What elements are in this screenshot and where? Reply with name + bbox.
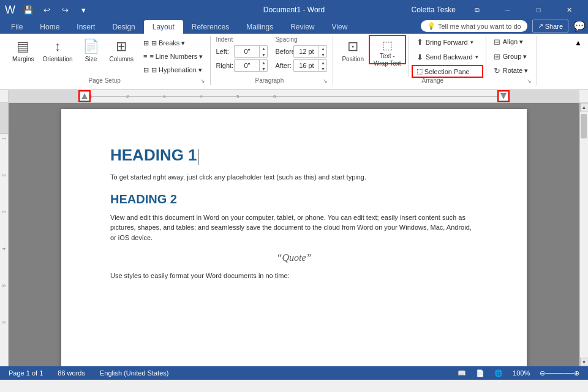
spacing-after-up[interactable]: ▲ (319, 59, 326, 66)
breaks-label: ⊞ Breaks ▾ (151, 39, 185, 47)
hyphenation-button[interactable]: ⊟ ⊟ Hyphenation ▾ (141, 65, 205, 75)
size-button[interactable]: 📄 Size (78, 36, 105, 77)
align-label: Align ▾ (503, 38, 524, 46)
indent-right-up[interactable]: ▲ (260, 59, 267, 66)
orientation-button[interactable]: ↕ Orientation (39, 36, 77, 77)
align-button[interactable]: ⊟ Align ▾ (490, 36, 532, 48)
spacing-before-spinbox[interactable]: 12 pt ▲ ▼ (293, 45, 327, 58)
rotate-button[interactable]: ↻ Rotate ▾ (490, 65, 532, 77)
bring-forward-label: Bring Forward (426, 39, 468, 46)
tab-design[interactable]: Design (104, 20, 143, 34)
share-button[interactable]: ↗ Share (532, 20, 568, 32)
comments-button[interactable]: 💬 (573, 20, 586, 32)
position-icon: ⊡ (347, 39, 358, 55)
tab-home[interactable]: Home (31, 20, 68, 34)
line-numbers-label: ≡ Line Numbers ▾ (149, 53, 203, 61)
page-setup-expand-icon[interactable]: ↘ (200, 78, 205, 84)
page-info[interactable]: Page 1 of 1 (5, 369, 47, 377)
tab-layout[interactable]: Layout (144, 20, 183, 34)
group-button[interactable]: ⊞ Group ▾ (490, 51, 532, 62)
scroll-thumb[interactable] (581, 114, 587, 138)
wrap-text-icon: ⬚ (382, 39, 393, 52)
tab-insert[interactable]: Insert (68, 20, 104, 34)
ruler-num-1: 1 (89, 94, 92, 99)
word-count[interactable]: 86 words (54, 369, 89, 377)
redo-qat-button[interactable]: ↪ (57, 2, 73, 18)
document-page[interactable]: HEADING 1 To get started right away, jus… (61, 109, 527, 366)
text-cursor (198, 149, 199, 165)
arrange-content: ⊡ Position ⬚ Text - Wrap Text ⬆ Bring Fo… (338, 36, 532, 77)
language[interactable]: English (United States) (96, 369, 173, 377)
vertical-scrollbar[interactable]: ▲ ▼ (579, 103, 588, 366)
position-label: Position (342, 56, 364, 63)
spacing-after-row: After: 16 pt ▲ ▼ (275, 59, 327, 72)
left-ruler-marker[interactable] (80, 91, 89, 101)
v-ruler-num-3: 3 (1, 211, 7, 213)
indent-left-spinbox[interactable]: 0" ▲ ▼ (234, 45, 268, 58)
selection-pane-container: ⬚ Selection Pane (413, 66, 482, 77)
breaks-button[interactable]: ⊞ ⊞ Breaks ▾ (141, 38, 205, 48)
columns-button[interactable]: ⊞ Columns (106, 36, 137, 77)
tell-me-box[interactable]: 💡 Tell me what you want to do (421, 20, 527, 32)
spacing-after-value: 16 pt (294, 62, 318, 69)
indent-spacing-area: Indent Left: 0" ▲ ▼ Right: (216, 36, 327, 77)
bring-forward-arrow: ▾ (470, 39, 473, 45)
page-setup-group: ▤ Margins ↕ Orientation 📄 Size ⊞ Columns… (4, 36, 211, 85)
web-layout-button[interactable]: 🌐 (491, 369, 507, 377)
hyphenation-icon: ⊟ (143, 66, 149, 74)
scroll-down-button[interactable]: ▼ (580, 358, 589, 366)
collapse-ribbon-button[interactable]: ▲ (572, 36, 584, 50)
arrange-expand-icon[interactable]: ↘ (527, 78, 532, 84)
tab-references[interactable]: References (183, 20, 238, 34)
line-numbers-icon: ≡ (143, 53, 147, 60)
spacing-before-label: Before: (275, 48, 292, 55)
margins-button[interactable]: ▤ Margins (9, 36, 38, 77)
page-setup-footer: Page Setup ↘ (9, 77, 205, 85)
tab-file[interactable]: File (2, 20, 31, 34)
tab-mailings[interactable]: Mailings (238, 20, 282, 34)
zoom-level[interactable]: 100% (509, 369, 533, 377)
bring-forward-icon: ⬆ (417, 37, 423, 47)
print-layout-button[interactable]: 📄 (472, 369, 488, 377)
indent-right-down[interactable]: ▼ (260, 66, 267, 72)
spacing-after-down[interactable]: ▼ (319, 66, 326, 72)
scroll-up-button[interactable]: ▲ (580, 103, 589, 111)
paragraph-expand-icon[interactable]: ↘ (323, 78, 328, 84)
ruler-num-2: 2 (126, 94, 129, 99)
tab-view[interactable]: View (323, 20, 356, 34)
v-ruler-num-5: 5 (1, 284, 7, 287)
position-button[interactable]: ⊡ Position (338, 36, 368, 77)
wrap-text-button[interactable]: ⬚ Text - Wrap Text (370, 36, 405, 77)
minimize-button[interactable]: ─ (494, 0, 522, 20)
read-mode-button[interactable]: 📖 (454, 369, 470, 377)
heading2-text: HEADING 2 (110, 192, 478, 206)
zoom-slider[interactable]: ⊖──────⊕ (536, 369, 583, 377)
line-numbers-button[interactable]: ≡ ≡ Line Numbers ▾ (141, 51, 205, 62)
scroll-track[interactable] (580, 111, 588, 358)
undo-qat-button[interactable]: ↩ (39, 2, 55, 18)
bring-forward-button[interactable]: ⬆ Bring Forward ▾ (413, 36, 482, 48)
title-bar: W 💾 ↩ ↪ ▾ Document1 - Word Coletta Teske… (0, 0, 588, 20)
arrange-label: Arrange (338, 77, 527, 85)
menu-tabs-row: File Home Insert Design Layout Reference… (0, 20, 588, 34)
selection-pane-icon: ⬚ (417, 67, 423, 75)
paragraph-label: Paragraph (216, 77, 323, 85)
spacing-before-down[interactable]: ▼ (319, 51, 326, 58)
selection-pane-button[interactable]: ⬚ Selection Pane (413, 66, 482, 77)
customize-qat-button[interactable]: ▾ (75, 2, 91, 18)
spacing-after-spinbox[interactable]: 16 pt ▲ ▼ (293, 59, 327, 72)
spacing-before-arrows: ▲ ▼ (318, 45, 326, 58)
save-qat-button[interactable]: 💾 (20, 2, 36, 18)
restore-button[interactable]: ⧉ (463, 0, 491, 20)
right-ruler-marker[interactable] (499, 91, 508, 101)
maximize-button[interactable]: □ (524, 0, 552, 20)
send-backward-button[interactable]: ⬇ Send Backward ▾ (413, 51, 482, 63)
indent-right-spinbox[interactable]: 0" ▲ ▼ (234, 59, 268, 72)
indent-left-down[interactable]: ▼ (260, 51, 267, 58)
indent-left-up[interactable]: ▲ (260, 45, 267, 51)
send-backward-arrow: ▾ (475, 54, 478, 60)
close-button[interactable]: ✕ (555, 0, 583, 20)
send-backward-icon: ⬇ (417, 53, 423, 62)
spacing-before-up[interactable]: ▲ (319, 45, 326, 51)
tab-review[interactable]: Review (282, 20, 323, 34)
